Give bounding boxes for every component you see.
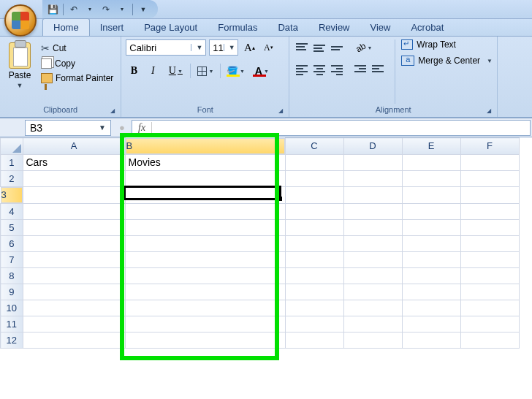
align-bottom-button[interactable] — [329, 39, 345, 56]
align-center-button[interactable] — [311, 61, 327, 77]
align-top-button[interactable] — [294, 39, 310, 56]
row-header-12[interactable]: 12 — [1, 332, 23, 348]
cell-D5[interactable] — [343, 219, 402, 235]
cell-A8[interactable] — [23, 267, 125, 284]
cell-E2[interactable] — [402, 170, 460, 186]
cell-F6[interactable] — [460, 235, 519, 251]
col-header-B[interactable]: B — [126, 138, 285, 154]
align-left-button[interactable] — [294, 61, 310, 77]
cell-D1[interactable] — [343, 154, 402, 170]
wrap-text-button[interactable]: Wrap Text — [401, 39, 493, 50]
tab-review[interactable]: Review — [308, 19, 360, 36]
cell-E10[interactable] — [402, 300, 460, 316]
tab-view[interactable]: View — [360, 19, 401, 36]
cell-F12[interactable] — [460, 332, 519, 348]
row-header-9[interactable]: 9 — [1, 284, 23, 300]
row-header-10[interactable]: 10 — [1, 300, 23, 316]
cell-E9[interactable] — [402, 284, 460, 300]
cell-D12[interactable] — [343, 332, 402, 348]
increase-indent-button[interactable] — [370, 61, 386, 77]
cell-C9[interactable] — [285, 284, 343, 300]
undo-button[interactable]: ↶ — [66, 2, 81, 17]
align-right-button[interactable] — [329, 61, 345, 77]
cell-F10[interactable] — [460, 300, 519, 316]
row-header-6[interactable]: 6 — [1, 235, 23, 251]
cell-B9[interactable] — [125, 284, 285, 300]
cell-A12[interactable] — [23, 332, 125, 348]
font-name-select[interactable]: Calibri▼ — [126, 39, 206, 56]
underline-button[interactable]: U▼ — [164, 63, 187, 79]
grid[interactable]: ABCDEF 1CarsMovies23456789101112 — [0, 137, 520, 349]
cell-C8[interactable] — [285, 267, 343, 284]
cell-E5[interactable] — [402, 219, 460, 235]
cell-E4[interactable] — [402, 203, 460, 219]
office-button[interactable] — [4, 4, 37, 37]
tab-formulas[interactable]: Formulas — [208, 19, 267, 36]
cell-A1[interactable]: Cars — [23, 154, 125, 170]
row-header-7[interactable]: 7 — [1, 251, 23, 267]
name-box[interactable]: B3▼ — [25, 120, 111, 136]
cell-D11[interactable] — [343, 316, 402, 332]
cell-B7[interactable] — [125, 251, 285, 267]
cell-C4[interactable] — [285, 203, 343, 219]
paste-button[interactable]: Paste ▼ — [4, 39, 35, 104]
decrease-font-button[interactable]: A▾ — [260, 39, 276, 56]
cell-F8[interactable] — [460, 267, 519, 284]
col-header-C[interactable]: C — [285, 138, 343, 155]
cell-B3[interactable] — [125, 186, 285, 203]
redo-button[interactable]: ↷ — [99, 2, 113, 17]
cell-A9[interactable] — [23, 284, 125, 300]
cell-D8[interactable] — [343, 267, 402, 284]
cell-E6[interactable] — [402, 235, 460, 251]
cell-A6[interactable] — [23, 235, 125, 251]
copy-button[interactable]: Copy — [38, 57, 116, 70]
cell-F7[interactable] — [460, 251, 519, 267]
bold-button[interactable]: B — [126, 63, 142, 79]
redo-dropdown[interactable]: ▾ — [115, 2, 129, 17]
tab-home[interactable]: Home — [42, 18, 90, 36]
italic-button[interactable]: I — [145, 63, 161, 79]
tab-acrobat[interactable]: Acrobat — [400, 19, 454, 36]
cell-F9[interactable] — [460, 284, 519, 300]
tab-insert[interactable]: Insert — [90, 19, 134, 36]
cell-A10[interactable] — [23, 300, 125, 316]
cell-B6[interactable] — [125, 235, 285, 251]
cell-A2[interactable] — [23, 170, 125, 186]
cell-C11[interactable] — [285, 316, 343, 332]
cell-B10[interactable] — [125, 300, 285, 316]
cell-B1[interactable]: Movies — [125, 154, 285, 170]
cell-D9[interactable] — [343, 284, 402, 300]
cell-B8[interactable] — [125, 267, 285, 284]
cell-F11[interactable] — [460, 316, 519, 332]
cell-F4[interactable] — [460, 203, 519, 219]
cell-F1[interactable] — [460, 154, 519, 170]
align-middle-button[interactable] — [311, 39, 327, 56]
cell-D10[interactable] — [343, 300, 402, 316]
row-header-1[interactable]: 1 — [1, 154, 23, 170]
row-header-3[interactable]: 3 — [1, 187, 23, 203]
save-button[interactable]: 💾 — [45, 2, 60, 17]
format-painter-button[interactable]: Format Painter — [38, 72, 116, 85]
cell-F2[interactable] — [460, 170, 519, 186]
cell-B4[interactable] — [125, 203, 285, 219]
select-all-cell[interactable] — [1, 138, 23, 155]
undo-dropdown[interactable]: ▾ — [83, 2, 97, 17]
row-header-11[interactable]: 11 — [1, 316, 23, 332]
cell-F3[interactable] — [460, 186, 519, 203]
cell-B11[interactable] — [125, 316, 285, 332]
row-header-2[interactable]: 2 — [1, 170, 23, 186]
cell-A5[interactable] — [23, 219, 125, 235]
row-header-5[interactable]: 5 — [1, 219, 23, 235]
cell-D6[interactable] — [343, 235, 402, 251]
col-header-E[interactable]: E — [402, 138, 460, 155]
font-color-button[interactable]: A▼ — [250, 63, 273, 79]
font-size-select[interactable]: 11▼ — [209, 39, 238, 56]
decrease-indent-button[interactable] — [352, 61, 368, 77]
col-header-A[interactable]: A — [23, 138, 125, 155]
cell-A4[interactable] — [23, 203, 125, 219]
tab-data[interactable]: Data — [267, 19, 308, 36]
orientation-button[interactable]: ab▼ — [352, 39, 376, 56]
cell-D2[interactable] — [343, 170, 402, 186]
cell-F5[interactable] — [460, 219, 519, 235]
cell-C2[interactable] — [285, 170, 343, 186]
